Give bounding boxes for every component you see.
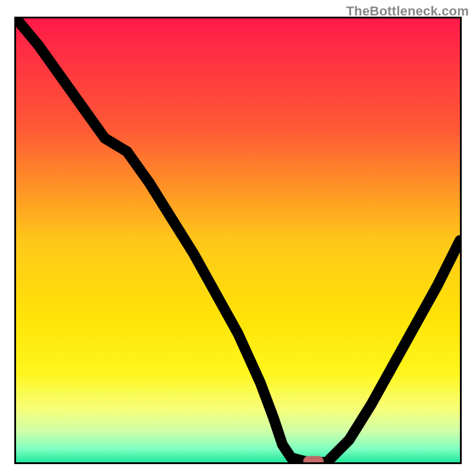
optimal-point-marker: [305, 458, 322, 462]
bottleneck-curve: [16, 18, 460, 462]
chart-canvas: TheBottleneck.com: [0, 0, 476, 476]
plot-frame: [14, 17, 462, 464]
chart-svg: [16, 18, 460, 462]
